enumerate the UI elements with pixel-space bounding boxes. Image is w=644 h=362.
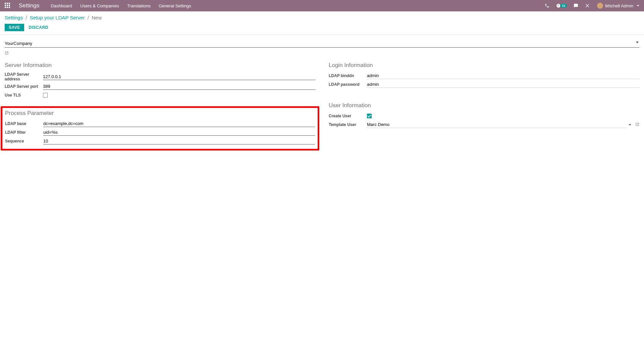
left-column: Server Information LDAP Server address L… bbox=[5, 62, 315, 150]
messages-icon[interactable] bbox=[574, 3, 578, 8]
sequence-label: Sequence bbox=[5, 139, 43, 143]
app-title: Settings bbox=[19, 2, 39, 9]
company-field bbox=[5, 40, 639, 48]
login-info-title: Login Information bbox=[329, 62, 639, 69]
close-icon[interactable] bbox=[585, 3, 590, 8]
ldap-filter-input[interactable] bbox=[43, 129, 315, 136]
menu-general-settings[interactable]: General Settings bbox=[159, 3, 191, 8]
chevron-down-icon bbox=[637, 5, 639, 6]
field-ldap-base: LDAP base bbox=[5, 120, 315, 127]
field-sequence: Sequence bbox=[5, 137, 315, 145]
use-tls-label: Use TLS bbox=[5, 93, 43, 98]
server-info-title: Server Information bbox=[5, 62, 315, 69]
field-use-tls: Use TLS bbox=[5, 92, 315, 99]
field-ldap-address: LDAP Server address bbox=[5, 72, 315, 81]
use-tls-checkbox[interactable] bbox=[43, 93, 48, 98]
action-buttons: SAVE DISCARD bbox=[5, 24, 639, 31]
process-parameter-highlight: Process Parameter LDAP base LDAP filter … bbox=[1, 106, 319, 150]
chevron-down-icon bbox=[629, 124, 631, 126]
field-password: LDAP password bbox=[329, 81, 639, 88]
user-info-title: User Information bbox=[329, 102, 639, 109]
template-user-label: Template User bbox=[329, 122, 367, 127]
sequence-input[interactable] bbox=[43, 138, 315, 144]
password-input[interactable] bbox=[367, 81, 639, 88]
user-menu[interactable]: Mitchell Admin bbox=[597, 3, 639, 9]
field-binddn: LDAP binddn bbox=[329, 72, 639, 79]
ldap-port-label: LDAP Server port bbox=[5, 84, 43, 89]
password-label: LDAP password bbox=[329, 82, 367, 87]
right-column: Login Information LDAP binddn LDAP passw… bbox=[329, 62, 639, 150]
user-name: Mitchell Admin bbox=[605, 3, 633, 8]
breadcrumb-mid[interactable]: Setup your LDAP Server bbox=[30, 15, 85, 20]
ldap-filter-label: LDAP filter bbox=[5, 130, 43, 135]
external-link-icon[interactable] bbox=[5, 51, 9, 56]
create-user-label: Create User bbox=[329, 114, 367, 118]
template-user-input[interactable] bbox=[367, 121, 626, 128]
menu-translations[interactable]: Translations bbox=[127, 3, 151, 8]
top-menu: Dashboard Users & Companies Translations… bbox=[51, 3, 191, 8]
field-ldap-port: LDAP Server port bbox=[5, 83, 315, 90]
columns: Server Information LDAP Server address L… bbox=[5, 62, 639, 150]
process-title: Process Parameter bbox=[5, 110, 315, 117]
binddn-input[interactable] bbox=[367, 72, 639, 79]
breadcrumb-root[interactable]: Settings bbox=[5, 15, 23, 20]
discard-button[interactable]: DISCARD bbox=[29, 25, 48, 30]
phone-icon[interactable] bbox=[545, 3, 549, 8]
field-template-user: Template User bbox=[329, 121, 639, 128]
company-input[interactable] bbox=[5, 40, 639, 48]
menu-users-companies[interactable]: Users & Companies bbox=[80, 3, 119, 8]
ldap-address-label: LDAP Server address bbox=[5, 72, 43, 81]
ldap-address-input[interactable] bbox=[43, 73, 315, 80]
breadcrumb: Settings / Setup your LDAP Server / New bbox=[5, 15, 639, 20]
ldap-base-input[interactable] bbox=[43, 120, 315, 127]
apps-icon[interactable] bbox=[5, 3, 11, 9]
save-button[interactable]: SAVE bbox=[5, 24, 24, 31]
activity-icon[interactable]: 12 bbox=[556, 3, 567, 8]
breadcrumb-current: New bbox=[92, 15, 102, 20]
avatar bbox=[597, 3, 603, 9]
menu-dashboard[interactable]: Dashboard bbox=[51, 3, 72, 8]
external-link-icon[interactable] bbox=[635, 122, 639, 127]
create-user-checkbox[interactable] bbox=[367, 114, 372, 118]
field-create-user: Create User bbox=[329, 112, 639, 120]
form-sheet: Server Information LDAP Server address L… bbox=[0, 35, 644, 161]
field-ldap-filter: LDAP filter bbox=[5, 129, 315, 136]
binddn-label: LDAP binddn bbox=[329, 73, 367, 78]
activity-badge: 12 bbox=[560, 4, 567, 8]
topbar-right: 12 Mitchell Admin bbox=[545, 3, 639, 9]
ldap-base-label: LDAP base bbox=[5, 121, 43, 126]
control-panel: Settings / Setup your LDAP Server / New … bbox=[0, 11, 644, 31]
topbar: Settings Dashboard Users & Companies Tra… bbox=[0, 0, 644, 11]
ldap-port-input[interactable] bbox=[43, 83, 315, 90]
